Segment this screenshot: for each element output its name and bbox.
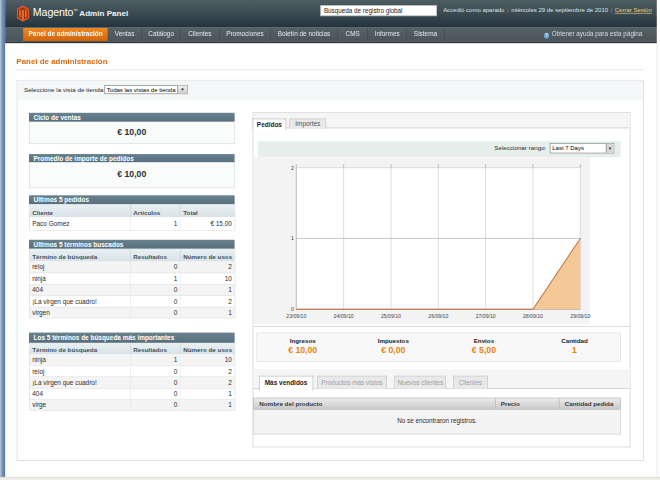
svg-text:28/09/10: 28/09/10 (523, 313, 543, 319)
svg-text:24/09/10: 24/09/10 (334, 313, 354, 319)
svg-text:0: 0 (291, 306, 294, 312)
svg-text:27/09/10: 27/09/10 (476, 313, 496, 319)
svg-text:26/09/10: 26/09/10 (428, 313, 448, 319)
svg-text:2: 2 (291, 164, 294, 170)
svg-text:23/09/10: 23/09/10 (286, 313, 306, 319)
svg-text:29/09/10: 29/09/10 (571, 313, 591, 319)
svg-text:25/09/10: 25/09/10 (381, 313, 401, 319)
svg-text:1: 1 (291, 235, 294, 241)
